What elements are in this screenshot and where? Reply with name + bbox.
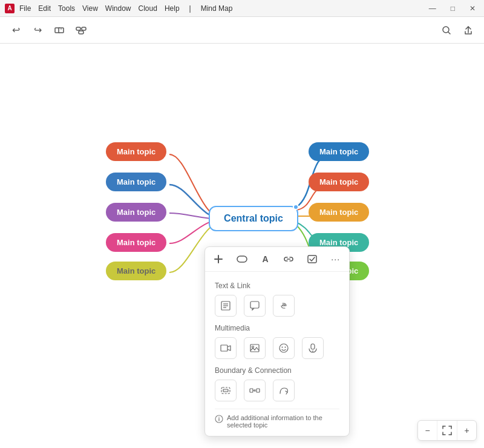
curve-icon-btn[interactable] <box>273 380 295 401</box>
popup-content: Text & Link Multimedia <box>205 272 349 436</box>
svg-line-7 <box>448 32 450 34</box>
minimize-button[interactable]: — <box>425 4 440 13</box>
right-topic-1[interactable]: Main topic <box>309 173 369 191</box>
video-icon-btn[interactable] <box>215 337 237 359</box>
text-link-icons <box>215 295 339 317</box>
canvas: Main topic Main topic Main topic Main to… <box>0 44 484 448</box>
close-button[interactable]: ✕ <box>466 4 479 13</box>
svg-rect-1 <box>59 28 64 33</box>
svg-point-23 <box>280 344 288 352</box>
window-controls[interactable]: — □ ✕ <box>425 4 479 13</box>
svg-point-25 <box>285 347 286 348</box>
comment-icon-btn[interactable] <box>244 295 266 317</box>
menu-window[interactable]: Window <box>105 4 131 13</box>
maximize-button[interactable]: □ <box>447 4 459 13</box>
toolbar-right <box>438 22 477 39</box>
boundary-icons <box>215 380 339 401</box>
undo-button[interactable]: ↩ <box>7 22 24 39</box>
svg-rect-30 <box>250 389 253 392</box>
svg-rect-5 <box>79 31 83 34</box>
right-topic-2[interactable]: Main topic <box>309 203 369 222</box>
zoom-fit-button[interactable] <box>437 421 457 440</box>
popup-info: Add additional information to the select… <box>215 409 339 429</box>
connection-icon-btn[interactable] <box>244 380 266 401</box>
svg-point-24 <box>282 347 283 348</box>
popup-action-bar: A ··· <box>205 247 349 272</box>
popup-toolbar: A ··· Text & Link <box>204 246 350 436</box>
menu-file[interactable]: File <box>19 4 31 13</box>
popup-info-text: Add additional information to the select… <box>227 414 339 429</box>
search-button[interactable] <box>438 22 455 39</box>
svg-rect-21 <box>250 344 259 352</box>
svg-point-22 <box>252 346 254 348</box>
audio-icon-btn[interactable] <box>302 337 324 359</box>
menu-help[interactable]: Help <box>165 4 180 13</box>
menu-bar[interactable]: File Edit Tools View Window Cloud Help |… <box>19 4 425 13</box>
section-boundary-label: Boundary & Connection <box>215 366 339 375</box>
toolbar: ↩ ↪ <box>0 17 484 44</box>
svg-rect-26 <box>311 344 315 349</box>
pin-dot <box>293 204 299 210</box>
insert1-button[interactable] <box>51 22 68 39</box>
section-multimedia-label: Multimedia <box>215 324 339 332</box>
emoji-icon-btn[interactable] <box>273 337 295 359</box>
titlebar: A File Edit Tools View Window Cloud Help… <box>0 0 484 17</box>
section-text-link-label: Text & Link <box>215 282 339 290</box>
svg-rect-20 <box>221 345 227 351</box>
svg-rect-29 <box>223 389 228 392</box>
app-logo: A <box>5 4 15 13</box>
svg-rect-3 <box>76 27 80 30</box>
popup-link-button[interactable] <box>281 251 296 268</box>
text-icon-btn[interactable] <box>215 295 237 317</box>
share-button[interactable] <box>460 22 477 39</box>
zoom-out-button[interactable]: − <box>418 421 437 440</box>
menu-edit[interactable]: Edit <box>38 4 51 13</box>
app-title: Mind Map <box>201 4 233 13</box>
insert2-button[interactable] <box>73 22 90 39</box>
title-divider: | <box>189 4 191 13</box>
right-topic-0[interactable]: Main topic <box>309 142 369 161</box>
left-topic-2[interactable]: Main topic <box>106 203 166 222</box>
svg-rect-31 <box>257 389 260 392</box>
left-topic-4[interactable]: Main topic <box>106 262 166 280</box>
svg-rect-13 <box>308 255 316 263</box>
popup-text-button[interactable]: A <box>258 251 273 268</box>
redo-button[interactable]: ↪ <box>29 22 46 39</box>
left-topic-0[interactable]: Main topic <box>106 142 166 161</box>
svg-rect-11 <box>237 256 247 262</box>
zoom-bar: − + <box>417 420 477 441</box>
boundary-icon-btn[interactable] <box>215 380 237 401</box>
zoom-in-button[interactable]: + <box>457 421 476 440</box>
popup-add-button[interactable] <box>211 251 226 268</box>
popup-shape-button[interactable] <box>235 251 250 268</box>
menu-tools[interactable]: Tools <box>58 4 75 13</box>
image-icon-btn[interactable] <box>244 337 266 359</box>
left-topic-1[interactable]: Main topic <box>106 173 166 191</box>
svg-point-37 <box>218 417 220 418</box>
menu-view[interactable]: View <box>82 4 98 13</box>
popup-more-button[interactable]: ··· <box>328 251 343 268</box>
svg-rect-4 <box>82 27 86 30</box>
multimedia-icons <box>215 337 339 359</box>
central-topic[interactable]: Central topic <box>209 206 298 231</box>
menu-cloud[interactable]: Cloud <box>139 4 157 13</box>
svg-rect-18 <box>250 301 259 308</box>
left-topic-3[interactable]: Main topic <box>106 233 166 252</box>
hyperlink-icon-btn[interactable] <box>273 295 295 317</box>
popup-check-button[interactable] <box>305 251 320 268</box>
